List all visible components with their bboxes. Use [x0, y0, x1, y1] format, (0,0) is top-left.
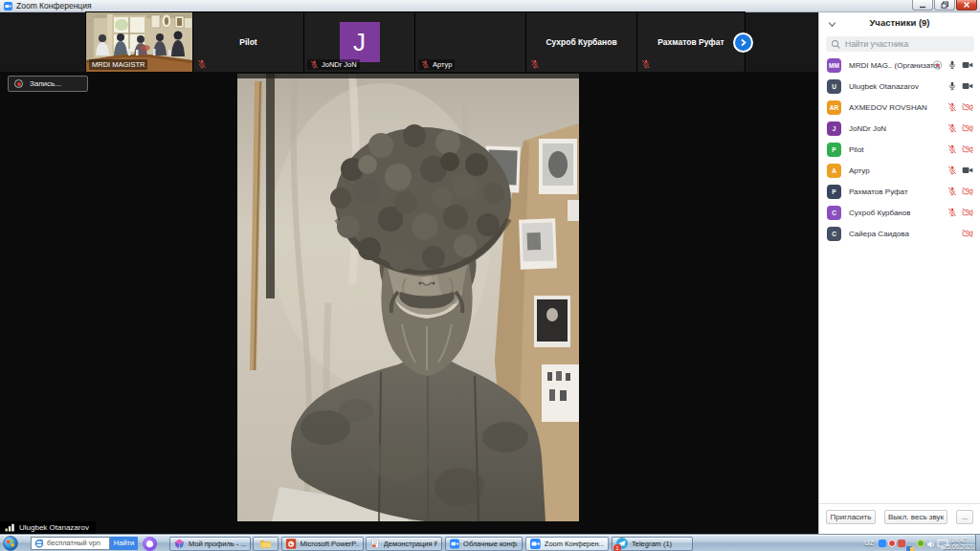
- tray-antivirus-icon[interactable]: [917, 540, 924, 547]
- taskbar-app-demo-doc[interactable]: Демонстрация P...: [366, 537, 442, 551]
- record-dot-icon: [14, 79, 23, 88]
- muted-mic-icon: [947, 102, 957, 113]
- taskbar-search-box[interactable]: [31, 537, 110, 550]
- participant-name: JoNDr JoN: [849, 124, 886, 133]
- close-button[interactable]: [956, 0, 977, 11]
- minimize-button[interactable]: [912, 0, 933, 11]
- tile-name-label: JoNDr JoN: [307, 59, 360, 70]
- zoom-window-icon: [4, 2, 12, 11]
- video-tile-jondr[interactable]: J JoNDr JoN: [304, 12, 414, 72]
- participant-row[interactable]: MM MRDI MAG.. (Организатор, я): [819, 55, 980, 76]
- participant-row[interactable]: C Сайера Саидова: [819, 223, 980, 244]
- avatar: P: [827, 185, 841, 199]
- search-input[interactable]: [845, 39, 960, 49]
- mic-icon: [947, 81, 957, 92]
- tray-network-shield-icon[interactable]: [906, 540, 914, 551]
- main-stage: Запись... Ulugbek Otanazarov: [0, 72, 818, 534]
- assistant-icon[interactable]: [143, 537, 157, 551]
- recording-status-icon: [932, 60, 943, 71]
- recording-indicator[interactable]: Запись...: [8, 76, 88, 92]
- zoom-icon: [530, 539, 541, 549]
- participant-row[interactable]: C Сухроб Курбанов: [819, 202, 980, 223]
- start-button[interactable]: [3, 536, 18, 551]
- mute-all-button[interactable]: Выкл. весь звук: [884, 510, 947, 524]
- tile-name-label: MRDI MAGISTR: [89, 59, 147, 70]
- avatar: J: [827, 121, 841, 136]
- muted-mic-icon: [641, 59, 651, 69]
- camera-icon: [962, 82, 973, 91]
- muted-mic-icon: [947, 187, 957, 197]
- taskbar-app-powerpoint[interactable]: Microsoft PowerP...: [281, 537, 364, 551]
- participants-footer: Пригласить Выкл. весь звук ...: [819, 503, 980, 534]
- tray-notification-icon[interactable]: [888, 540, 896, 547]
- muted-mic-icon: [421, 60, 430, 69]
- video-tile-pilot[interactable]: Pilot: [193, 12, 303, 72]
- active-speaker-label: Ulugbek Otanazarov: [0, 521, 96, 534]
- find-button[interactable]: Найти: [110, 537, 138, 550]
- camera-icon: [962, 61, 973, 70]
- muted-mic-icon: [947, 165, 957, 176]
- avatar: U: [827, 79, 841, 94]
- participant-row[interactable]: AR AXMEDOV ROVSHAN: [819, 97, 980, 118]
- tray-date: 25.06.2020: [943, 543, 975, 551]
- tile-name-label: Артур: [418, 59, 455, 70]
- tray-zoom-icon[interactable]: [879, 540, 886, 547]
- more-options-button[interactable]: ...: [956, 510, 973, 524]
- avatar: A: [827, 164, 841, 178]
- participant-name: Сухроб Курбанов: [849, 209, 910, 217]
- taskbar-app-telegram[interactable]: 1 Telegram (1): [612, 537, 693, 551]
- video-tile-artur[interactable]: Артур: [415, 12, 525, 72]
- avatar: J: [340, 22, 380, 62]
- camera-off-icon: [962, 103, 973, 112]
- language-indicator[interactable]: UZ: [864, 539, 874, 547]
- tray-clock[interactable]: 14:47 25.06.2020: [943, 537, 975, 551]
- taskbar-app-zoom-meeting[interactable]: Zoom Конферен...: [525, 537, 609, 551]
- folder-icon: [259, 538, 272, 549]
- volume-icon[interactable]: [926, 540, 936, 549]
- participant-name: Pilot: [849, 145, 864, 154]
- speaker-video: [237, 74, 579, 521]
- participant-name: Артур: [849, 166, 870, 175]
- taskbar-app-profile[interactable]: Мой профиль - ...: [169, 537, 251, 551]
- tile-name-label: Рахматов Руфат: [637, 37, 745, 47]
- participant-row[interactable]: U Ulugbek Otanazarov: [819, 76, 980, 97]
- invite-button[interactable]: Пригласить: [826, 510, 876, 524]
- avatar: C: [827, 206, 841, 220]
- camera-off-icon: [962, 209, 973, 217]
- taskbar-app-zoom-cloud[interactable]: Облачные конф...: [445, 537, 523, 551]
- participant-row[interactable]: J JoNDr JoN: [819, 118, 980, 139]
- mic-icon: [947, 60, 957, 71]
- participant-name: Сайера Саидова: [849, 230, 909, 238]
- gallery-strip: MRDI MAGISTR Pilot J JoNDr JoN Артур Сух…: [0, 12, 818, 72]
- signal-bars-icon: [5, 523, 15, 532]
- next-participants-button[interactable]: [733, 33, 753, 53]
- restore-button[interactable]: [934, 0, 955, 11]
- chevron-right-icon: [738, 37, 748, 48]
- show-desktop-button[interactable]: [975, 535, 980, 551]
- tile-name-label: Сухроб Курбанов: [526, 37, 636, 47]
- participant-name: Рахматов Руфат: [849, 187, 908, 196]
- internet-explorer-icon: [34, 539, 44, 548]
- powerpoint-icon: [286, 539, 297, 549]
- muted-mic-icon: [947, 123, 957, 134]
- zoom-app-window: Zoom Конференция: [0, 0, 980, 551]
- participant-row[interactable]: P Рахматов Руфат: [819, 181, 980, 202]
- participant-row[interactable]: A Артур: [819, 160, 980, 181]
- document-icon: [370, 538, 380, 549]
- video-tile-mrdi[interactable]: MRDI MAGISTR: [86, 12, 192, 72]
- tray-time: 14:47: [943, 537, 975, 544]
- zoom-icon: [450, 539, 459, 549]
- camera-off-icon: [962, 230, 973, 238]
- participant-row[interactable]: P Pilot: [819, 139, 980, 160]
- window-titlebar: Zoom Конференция: [0, 0, 980, 12]
- participant-search[interactable]: [826, 36, 974, 52]
- tray-shield-icon[interactable]: [898, 540, 905, 547]
- participants-title: Участники (9): [819, 17, 980, 28]
- camera-off-icon: [962, 187, 973, 196]
- video-tile-suhrob[interactable]: Сухроб Курбанов: [526, 12, 636, 72]
- video-tile-rahmatov[interactable]: Рахматов Руфат: [637, 12, 745, 72]
- participants-panel: Участники (9) MM MRDI MAG.. (Организатор…: [818, 12, 980, 534]
- taskbar-app-explorer[interactable]: [253, 537, 278, 551]
- window-title: Zoom Конференция: [16, 1, 92, 11]
- taskbar-search-input[interactable]: [47, 539, 106, 547]
